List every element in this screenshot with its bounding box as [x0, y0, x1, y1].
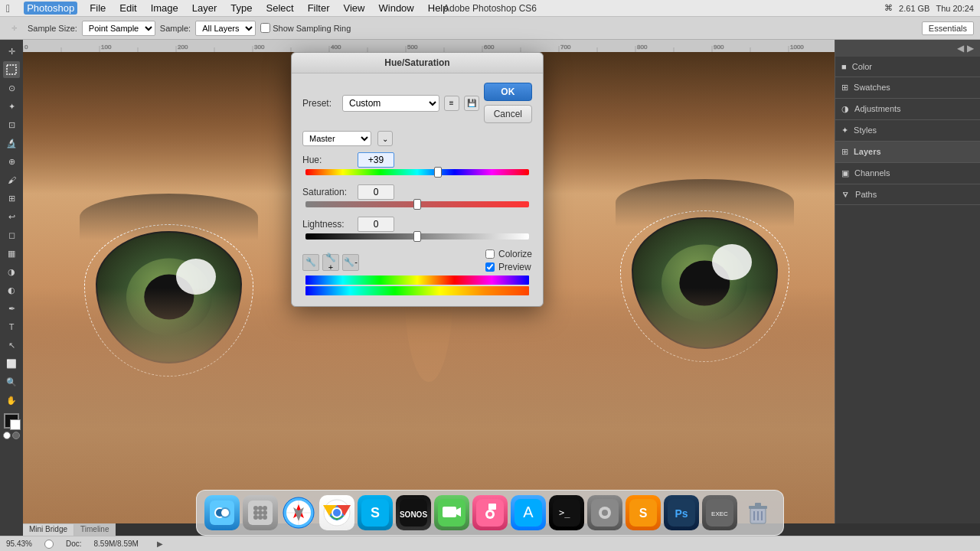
menu-layer[interactable]: Layer	[191, 2, 219, 14]
preset-select[interactable]: Custom	[342, 95, 439, 112]
panel-layers-title[interactable]: ⊞ Layers	[841, 145, 974, 159]
menu-edit[interactable]: Edit	[118, 2, 138, 14]
svg-text:S: S	[371, 505, 380, 520]
text-tool[interactable]: T	[3, 318, 20, 335]
check-options: Colorize Preview	[485, 249, 532, 272]
selection-tool[interactable]	[3, 61, 20, 78]
menu-image[interactable]: Image	[149, 2, 180, 14]
panel-adjustments-title[interactable]: ◑ Adjustments	[841, 102, 974, 116]
menu-file[interactable]: File	[88, 2, 107, 14]
left-toolbar: ✛ ⊙ ✦ ⊡ 🔬 ⊕ 🖌 ⊞ ↩ ◻ ▦ ◑ ◐ ✒ T ↖ ⬜ 🔍 ✋	[0, 40, 23, 536]
menu-type[interactable]: Type	[229, 2, 253, 14]
menu-photoshop[interactable]: Photoshop	[24, 2, 77, 15]
timeline-tab[interactable]: Timeline	[74, 523, 116, 536]
hue-saturation-dialog[interactable]: Hue/Saturation Preset: Custom ≡ 💾 OK Can…	[291, 52, 544, 307]
magic-wand-tool[interactable]: ✦	[3, 98, 20, 115]
show-sampling-checkbox[interactable]	[260, 23, 270, 33]
preset-save-btn[interactable]: 💾	[464, 96, 479, 111]
channel-select[interactable]: Master	[302, 131, 371, 146]
dock-system-prefs[interactable]	[587, 495, 622, 530]
brush-tool[interactable]: 🖌	[3, 171, 20, 188]
sample-select[interactable]: All Layers	[195, 21, 256, 36]
panel-color-title[interactable]: ■ Color	[841, 60, 974, 73]
menu-view[interactable]: View	[342, 2, 367, 14]
crop-tool[interactable]: ⊡	[3, 116, 20, 133]
ok-button[interactable]: OK	[484, 83, 532, 101]
zoom-tool[interactable]: 🔍	[3, 373, 20, 390]
menu-filter[interactable]: Filter	[306, 2, 332, 14]
dock-sonos[interactable]: SONOS	[396, 495, 431, 530]
dock-sublime[interactable]: S	[626, 495, 661, 530]
dock-finder[interactable]	[204, 495, 240, 530]
sat-thumb[interactable]	[413, 199, 421, 210]
svg-text:>_: >_	[559, 507, 570, 518]
dock-skype[interactable]: S	[358, 495, 393, 530]
dock-trash[interactable]	[740, 495, 776, 530]
hue-value[interactable]	[358, 152, 394, 168]
light-thumb[interactable]	[413, 231, 421, 242]
preview-checkbox[interactable]	[485, 262, 495, 272]
essentials-btn[interactable]: Essentials	[922, 21, 974, 35]
menu-select[interactable]: Select	[265, 2, 296, 14]
show-sampling-label[interactable]: Show Sampling Ring	[260, 23, 351, 33]
path-select[interactable]: ↖	[3, 337, 20, 354]
move-tool[interactable]: ✛	[3, 43, 20, 60]
menu-window[interactable]: Window	[377, 2, 416, 14]
gradient-tool[interactable]: ▦	[3, 245, 20, 262]
dock-terminal[interactable]: >_	[549, 495, 584, 530]
channel-options-btn[interactable]: ⌄	[377, 131, 393, 146]
panel-paths-title[interactable]: ⛛ Paths	[841, 187, 974, 201]
layers-icon: ⊞	[841, 147, 848, 156]
panel-channels-title[interactable]: ▣ Channels	[841, 166, 974, 181]
apple-logo-icon[interactable]: 	[6, 2, 10, 15]
svg-text:Ps: Ps	[675, 507, 688, 520]
blur-tool[interactable]: ◑	[3, 263, 20, 280]
svg-point-72	[333, 509, 341, 517]
healing-tool[interactable]: ⊕	[3, 153, 20, 170]
dodge-tool[interactable]: ◐	[3, 282, 20, 298]
pen-tool[interactable]: ✒	[3, 300, 20, 317]
mini-bridge-tab[interactable]: Mini Bridge	[23, 523, 74, 536]
hand-tool[interactable]: ✋	[3, 392, 20, 409]
svg-point-55	[258, 506, 263, 510]
colorize-checkbox[interactable]	[485, 249, 495, 259]
cancel-button[interactable]: Cancel	[484, 105, 532, 123]
preset-load-btn[interactable]: ≡	[444, 96, 459, 111]
dock-safari[interactable]	[281, 495, 316, 530]
svg-point-90	[602, 510, 608, 516]
eyedropper-add-btn[interactable]: 🔧+	[322, 254, 339, 271]
sat-track[interactable]	[305, 201, 529, 207]
eraser-tool[interactable]: ◻	[3, 227, 20, 243]
lasso-tool[interactable]: ⊙	[3, 80, 20, 96]
panel-styles-title[interactable]: ✦ Styles	[841, 123, 974, 138]
panel-prev[interactable]: ◀	[957, 43, 964, 54]
sat-track-container	[302, 201, 532, 210]
panel-swatches-title[interactable]: ⊞ Swatches	[841, 80, 974, 95]
sample-size-select[interactable]: Point Sample	[82, 21, 155, 36]
eyedropper-tool[interactable]: 🔬	[3, 135, 20, 152]
dock-photoshop[interactable]: Ps	[664, 495, 699, 530]
panel-next[interactable]: ▶	[967, 43, 974, 54]
clock: Thu 20:24	[936, 4, 974, 13]
light-track[interactable]	[305, 233, 529, 240]
dock-chrome[interactable]	[319, 495, 354, 530]
history-brush[interactable]: ↩	[3, 208, 20, 225]
lightness-value[interactable]	[358, 217, 394, 232]
saturation-value[interactable]	[358, 184, 394, 200]
dock-itunes[interactable]	[472, 495, 508, 530]
dock-exec[interactable]: EXEC	[702, 495, 737, 530]
foreground-color[interactable]	[4, 413, 19, 429]
dock-facetime[interactable]	[434, 495, 469, 530]
shape-tool[interactable]: ⬜	[3, 355, 20, 372]
status-options[interactable]	[44, 540, 54, 549]
hue-track[interactable]	[305, 169, 529, 175]
hue-thumb[interactable]	[434, 167, 442, 178]
dock-launchpad[interactable]	[243, 495, 278, 530]
swatches-icon: ⊞	[841, 83, 848, 92]
quick-mask[interactable]	[3, 432, 20, 439]
clone-tool[interactable]: ⊞	[3, 190, 20, 207]
dock-appstore[interactable]: A	[511, 495, 546, 530]
eyedropper-btn[interactable]: 🔧	[302, 254, 319, 271]
eyedropper-sub-btn[interactable]: 🔧-	[342, 254, 359, 271]
scroll-right-btn[interactable]: ▶	[157, 540, 163, 548]
